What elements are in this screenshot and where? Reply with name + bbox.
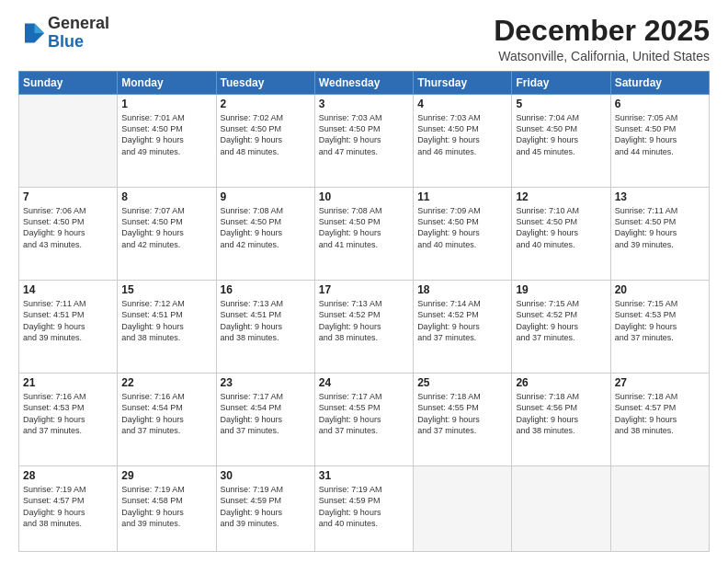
weekday-header-wednesday: Wednesday: [314, 72, 413, 95]
header: General Blue December 2025 Watsonville, …: [18, 15, 710, 63]
day-info: Sunrise: 7:01 AM Sunset: 4:50 PM Dayligh…: [121, 112, 211, 157]
day-cell: 29Sunrise: 7:19 AM Sunset: 4:58 PM Dayli…: [118, 466, 216, 552]
day-number: 24: [319, 376, 409, 389]
weekday-header-saturday: Saturday: [610, 72, 709, 95]
day-cell: [19, 95, 118, 188]
day-cell: [414, 466, 512, 552]
day-number: 19: [516, 283, 606, 296]
week-row-2: 7Sunrise: 7:06 AM Sunset: 4:50 PM Daylig…: [19, 188, 710, 281]
day-number: 11: [417, 190, 507, 203]
day-cell: 23Sunrise: 7:17 AM Sunset: 4:54 PM Dayli…: [216, 373, 314, 466]
day-cell: 21Sunrise: 7:16 AM Sunset: 4:53 PM Dayli…: [19, 373, 118, 466]
day-number: 29: [121, 469, 211, 482]
day-number: 1: [121, 98, 211, 110]
calendar-table: SundayMondayTuesdayWednesdayThursdayFrid…: [18, 71, 710, 552]
day-cell: 20Sunrise: 7:15 AM Sunset: 4:53 PM Dayli…: [610, 281, 709, 373]
day-info: Sunrise: 7:18 AM Sunset: 4:57 PM Dayligh…: [615, 391, 705, 436]
day-cell: 13Sunrise: 7:11 AM Sunset: 4:50 PM Dayli…: [610, 188, 709, 281]
day-cell: 7Sunrise: 7:06 AM Sunset: 4:50 PM Daylig…: [19, 188, 118, 281]
page: General Blue December 2025 Watsonville, …: [0, 0, 728, 563]
day-info: Sunrise: 7:12 AM Sunset: 4:51 PM Dayligh…: [121, 298, 211, 343]
day-cell: [512, 466, 610, 552]
day-cell: 1Sunrise: 7:01 AM Sunset: 4:50 PM Daylig…: [118, 95, 216, 188]
week-row-5: 28Sunrise: 7:19 AM Sunset: 4:57 PM Dayli…: [19, 466, 710, 552]
day-number: 15: [121, 283, 211, 296]
day-info: Sunrise: 7:06 AM Sunset: 4:50 PM Dayligh…: [23, 205, 113, 250]
day-cell: 6Sunrise: 7:05 AM Sunset: 4:50 PM Daylig…: [610, 95, 709, 188]
day-number: 28: [23, 469, 113, 482]
day-number: 23: [221, 376, 311, 389]
day-info: Sunrise: 7:14 AM Sunset: 4:52 PM Dayligh…: [417, 298, 507, 343]
day-info: Sunrise: 7:03 AM Sunset: 4:50 PM Dayligh…: [319, 112, 409, 157]
month-title: December 2025: [494, 15, 710, 47]
day-number: 20: [615, 283, 705, 296]
day-number: 2: [221, 98, 311, 110]
day-cell: 18Sunrise: 7:14 AM Sunset: 4:52 PM Dayli…: [414, 281, 512, 373]
week-row-4: 21Sunrise: 7:16 AM Sunset: 4:53 PM Dayli…: [19, 373, 710, 466]
day-info: Sunrise: 7:04 AM Sunset: 4:50 PM Dayligh…: [516, 112, 606, 157]
day-number: 27: [615, 376, 705, 389]
day-cell: 11Sunrise: 7:09 AM Sunset: 4:50 PM Dayli…: [414, 188, 512, 281]
day-number: 25: [417, 376, 507, 389]
day-number: 3: [319, 98, 409, 110]
logo: General Blue: [18, 15, 109, 52]
day-info: Sunrise: 7:07 AM Sunset: 4:50 PM Dayligh…: [121, 205, 211, 250]
weekday-header-thursday: Thursday: [414, 72, 512, 95]
day-number: 14: [23, 283, 113, 296]
weekday-header-tuesday: Tuesday: [216, 72, 314, 95]
weekday-header-friday: Friday: [512, 72, 610, 95]
day-info: Sunrise: 7:08 AM Sunset: 4:50 PM Dayligh…: [319, 205, 409, 250]
day-number: 17: [319, 283, 409, 296]
day-cell: 3Sunrise: 7:03 AM Sunset: 4:50 PM Daylig…: [314, 95, 413, 188]
day-info: Sunrise: 7:17 AM Sunset: 4:55 PM Dayligh…: [319, 391, 409, 436]
day-info: Sunrise: 7:09 AM Sunset: 4:50 PM Dayligh…: [417, 205, 507, 250]
day-info: Sunrise: 7:10 AM Sunset: 4:50 PM Dayligh…: [516, 205, 606, 250]
day-number: 18: [417, 283, 507, 296]
day-number: 9: [221, 190, 311, 203]
day-info: Sunrise: 7:19 AM Sunset: 4:57 PM Dayligh…: [23, 484, 113, 529]
day-info: Sunrise: 7:19 AM Sunset: 4:59 PM Dayligh…: [319, 484, 409, 529]
logo-text: General Blue: [48, 15, 109, 52]
day-info: Sunrise: 7:08 AM Sunset: 4:50 PM Dayligh…: [221, 205, 311, 250]
day-number: 26: [516, 376, 606, 389]
day-number: 13: [615, 190, 705, 203]
day-number: 10: [319, 190, 409, 203]
day-info: Sunrise: 7:16 AM Sunset: 4:53 PM Dayligh…: [23, 391, 113, 436]
day-number: 31: [319, 469, 409, 482]
weekday-header-monday: Monday: [118, 72, 216, 95]
day-cell: 5Sunrise: 7:04 AM Sunset: 4:50 PM Daylig…: [512, 95, 610, 188]
day-cell: 25Sunrise: 7:18 AM Sunset: 4:55 PM Dayli…: [414, 373, 512, 466]
day-number: 6: [615, 98, 705, 110]
day-info: Sunrise: 7:18 AM Sunset: 4:55 PM Dayligh…: [417, 391, 507, 436]
day-cell: 10Sunrise: 7:08 AM Sunset: 4:50 PM Dayli…: [314, 188, 413, 281]
day-number: 5: [516, 98, 606, 110]
day-cell: 27Sunrise: 7:18 AM Sunset: 4:57 PM Dayli…: [610, 373, 709, 466]
day-info: Sunrise: 7:15 AM Sunset: 4:52 PM Dayligh…: [516, 298, 606, 343]
day-cell: 19Sunrise: 7:15 AM Sunset: 4:52 PM Dayli…: [512, 281, 610, 373]
day-info: Sunrise: 7:02 AM Sunset: 4:50 PM Dayligh…: [221, 112, 311, 157]
logo-icon: [18, 20, 44, 46]
day-cell: 12Sunrise: 7:10 AM Sunset: 4:50 PM Dayli…: [512, 188, 610, 281]
day-info: Sunrise: 7:19 AM Sunset: 4:58 PM Dayligh…: [121, 484, 211, 529]
day-cell: 4Sunrise: 7:03 AM Sunset: 4:50 PM Daylig…: [414, 95, 512, 188]
logo-blue-text: Blue: [48, 32, 84, 51]
day-info: Sunrise: 7:16 AM Sunset: 4:54 PM Dayligh…: [121, 391, 211, 436]
day-number: 8: [121, 190, 211, 203]
day-info: Sunrise: 7:18 AM Sunset: 4:56 PM Dayligh…: [516, 391, 606, 436]
day-info: Sunrise: 7:15 AM Sunset: 4:53 PM Dayligh…: [615, 298, 705, 343]
day-cell: 22Sunrise: 7:16 AM Sunset: 4:54 PM Dayli…: [118, 373, 216, 466]
day-info: Sunrise: 7:13 AM Sunset: 4:52 PM Dayligh…: [319, 298, 409, 343]
day-cell: 14Sunrise: 7:11 AM Sunset: 4:51 PM Dayli…: [19, 281, 118, 373]
day-cell: 17Sunrise: 7:13 AM Sunset: 4:52 PM Dayli…: [314, 281, 413, 373]
week-row-1: 1Sunrise: 7:01 AM Sunset: 4:50 PM Daylig…: [19, 95, 710, 188]
day-cell: 8Sunrise: 7:07 AM Sunset: 4:50 PM Daylig…: [118, 188, 216, 281]
day-info: Sunrise: 7:05 AM Sunset: 4:50 PM Dayligh…: [615, 112, 705, 157]
day-info: Sunrise: 7:11 AM Sunset: 4:50 PM Dayligh…: [615, 205, 705, 250]
day-info: Sunrise: 7:11 AM Sunset: 4:51 PM Dayligh…: [23, 298, 113, 343]
day-info: Sunrise: 7:19 AM Sunset: 4:59 PM Dayligh…: [221, 484, 311, 529]
day-cell: 24Sunrise: 7:17 AM Sunset: 4:55 PM Dayli…: [314, 373, 413, 466]
title-block: December 2025 Watsonville, California, U…: [494, 15, 710, 63]
day-cell: [610, 466, 709, 552]
day-number: 16: [221, 283, 311, 296]
weekday-header-row: SundayMondayTuesdayWednesdayThursdayFrid…: [19, 72, 710, 95]
